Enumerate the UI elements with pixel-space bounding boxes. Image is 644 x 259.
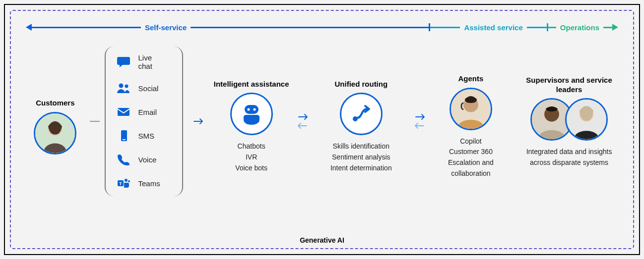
svg-point-10 [125, 179, 128, 182]
agents-title: Agents [458, 64, 484, 84]
channel-email: Email [117, 106, 168, 118]
connector-line [90, 121, 100, 122]
svg-point-13 [247, 108, 250, 111]
intelligent-title: Intelligent assistance [214, 69, 289, 89]
agents-column: Agents Copilot Customer 360 Escalation a… [432, 64, 510, 179]
phone-rect-icon [117, 130, 130, 142]
chat-bubble-icon [117, 56, 130, 68]
leaders-title: Supervisors and service leaders [520, 74, 618, 94]
bidirectional-arrows-icon [413, 113, 427, 129]
customer-photo [34, 112, 76, 155]
assisted-service-label: Assisted service [460, 23, 526, 32]
generative-ai-boundary: Self-service Assisted service Operations… [10, 10, 634, 249]
supervisor-photo-2 [565, 98, 608, 141]
unified-routing-column: Unified routing Skills identification Se… [315, 69, 408, 173]
agent-photo [450, 88, 492, 130]
svg-point-3 [119, 84, 123, 88]
intelligent-items: Chatbots IVR Voice bots [235, 141, 267, 173]
channel-label: SMS [138, 132, 155, 140]
svg-point-4 [125, 85, 128, 88]
self-service-label: Self-service [141, 23, 191, 32]
supervisors-column: Supervisors and service leaders Integrat… [520, 74, 618, 168]
svg-text:T: T [119, 181, 122, 186]
people-icon [117, 82, 130, 94]
envelope-icon [117, 106, 130, 118]
leaders-desc: Integrated data and insights across disp… [520, 147, 618, 168]
channel-label: Teams [138, 179, 160, 188]
arrow-right-icon [612, 24, 618, 31]
svg-rect-12 [245, 105, 258, 114]
channel-social: Social [117, 82, 168, 94]
channels-group: Live chat Social Email SMS Voice [105, 47, 184, 196]
bot-icon [230, 93, 273, 135]
channel-live-chat: Live chat [117, 53, 168, 70]
generative-ai-label: Generative AI [11, 236, 633, 244]
channel-label: Email [138, 108, 157, 116]
channel-label: Live chat [138, 53, 168, 70]
customers-title: Customers [36, 88, 74, 108]
handset-icon [117, 154, 130, 165]
routing-items: Skills identification Sentiment analysis… [330, 141, 392, 173]
channel-sms: SMS [117, 130, 168, 142]
pipeline-row: Customers Live chat Social [26, 34, 618, 196]
intelligent-assistance-column: Intelligent assistance Chatbots IVR Voic… [212, 69, 290, 173]
customers-column: Customers [26, 88, 85, 155]
svg-point-11 [128, 180, 130, 182]
operations-label: Operations [556, 23, 603, 32]
channel-label: Social [138, 84, 159, 93]
agents-items: Copilot Customer 360 Escalation and coll… [432, 136, 510, 179]
channel-voice: Voice [117, 154, 168, 165]
routing-icon [340, 93, 383, 135]
svg-rect-5 [118, 108, 129, 116]
svg-rect-7 [123, 139, 126, 140]
routing-title: Unified routing [334, 69, 387, 89]
channel-teams: T Teams [117, 177, 168, 189]
service-spectrum-track: Self-service Assisted service Operations [26, 21, 618, 34]
svg-point-14 [253, 108, 256, 111]
bidirectional-arrows-icon [296, 113, 310, 129]
arrow-left-icon [26, 24, 32, 31]
diagram-frame: Self-service Assisted service Operations… [4, 4, 640, 255]
channel-label: Voice [138, 155, 157, 164]
arrow-right-icon [188, 116, 207, 127]
teams-icon: T [117, 177, 130, 189]
